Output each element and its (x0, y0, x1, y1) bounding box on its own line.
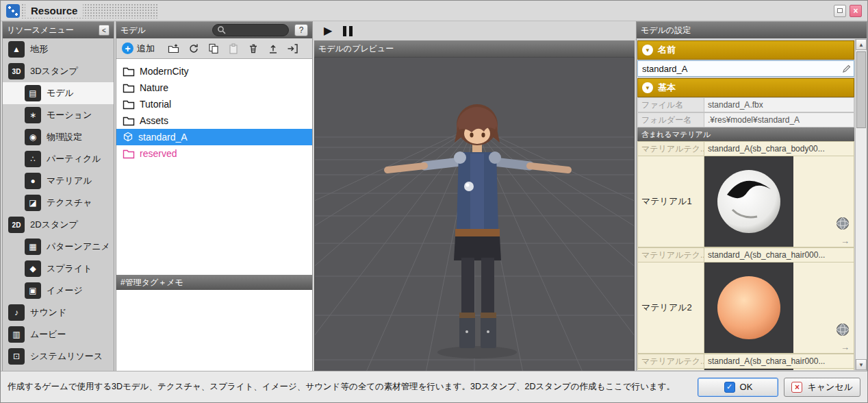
viewport-canvas (315, 58, 634, 371)
material-2-texture-row: マテリアルテク... standard_A(sb_chara_hair000..… (637, 247, 854, 262)
folder-name-label: フォルダー名 (637, 112, 704, 127)
trash-icon (248, 43, 259, 54)
import-button[interactable] (283, 40, 302, 57)
file-row-nature[interactable]: Nature (116, 80, 312, 96)
file-label: reserved (140, 148, 177, 159)
settings-header: モデルの設定 (637, 22, 867, 38)
close-icon: × (853, 7, 858, 15)
sidebar-item-pattern-anime[interactable]: ▦ パターンアニメ (3, 236, 114, 258)
sidebar-item-movie[interactable]: ▥ ムービー (3, 323, 114, 345)
sidebar-item-physics[interactable]: ◉ 物理設定 (3, 126, 114, 148)
search-input[interactable] (229, 26, 284, 34)
memo-area[interactable] (116, 290, 312, 371)
add-button[interactable]: + 追加 (119, 40, 161, 57)
sidebar-item-sprite[interactable]: ◆ スプライト (3, 258, 114, 280)
pause-icon (349, 26, 353, 36)
sidebar-item-sound[interactable]: ♪ サウンド (3, 302, 114, 323)
sidebar-item-model[interactable]: ▤ モデル (3, 82, 114, 104)
goto-material-arrow[interactable]: → (841, 236, 850, 246)
sidebar-item-terrain[interactable]: ▲ 地形 (3, 38, 114, 60)
statusbar: 作成するゲームで使用する3Dモデル、テクスチャ、スプライト、イメージ、サウンド等… (1, 371, 867, 402)
model-viewport[interactable] (314, 57, 635, 371)
sidebar-item-particle[interactable]: ∴ パーティクル (3, 148, 114, 170)
model-panel-header: モデル ? (116, 22, 312, 38)
material-3-side (793, 369, 854, 370)
material-2-texture-select[interactable]: standard_A(sb_chara_hair000... (704, 247, 854, 262)
settings-scrollbar[interactable]: ▲ ▼ (855, 39, 867, 370)
pause-button[interactable] (343, 26, 353, 36)
material-2-name: マテリアル2 (638, 262, 704, 353)
sidebar-collapse-button[interactable]: < (99, 25, 110, 36)
sidebar-item-pattern-anime-label: パターンアニメ (47, 241, 110, 253)
section-header-name[interactable]: ▼ 名前 (637, 40, 854, 60)
particle-icon: ∴ (25, 151, 41, 167)
material-ball-icon[interactable] (835, 322, 850, 339)
material-1-side: → (793, 156, 854, 247)
new-folder-button[interactable] (164, 40, 183, 57)
file-row-tutorial[interactable]: Tutorial (116, 96, 312, 112)
sidebar-item-system-resource[interactable]: ⊡ システムリソース (3, 345, 114, 367)
material-2-sphere (713, 272, 784, 343)
sidebar-item-movie-label: ムービー (30, 328, 66, 341)
material-group-2: マテリアルテク... standard_A(sb_chara_hair000..… (637, 247, 854, 354)
add-button-label: 追加 (137, 42, 155, 55)
close-button[interactable]: × (850, 5, 862, 17)
copy-icon (208, 43, 219, 54)
scroll-down-button[interactable]: ▼ (856, 359, 867, 370)
chevron-down-icon: ▼ (642, 45, 653, 56)
sidebar-item-motion-label: モーション (47, 109, 92, 121)
chevron-down-icon: ▼ (642, 82, 653, 93)
section-header-basic[interactable]: ▼ 基本 (637, 78, 854, 97)
titlebar[interactable]: Resource × (1, 1, 867, 21)
folder-icon (123, 99, 135, 110)
material-icon: ● (25, 173, 41, 189)
sidebar-item-3d-stamp[interactable]: 3D 3Dスタンプ (3, 60, 114, 82)
material-2-side: → (793, 262, 854, 353)
scroll-up-button[interactable]: ▲ (856, 39, 867, 50)
file-label: Assets (140, 115, 168, 126)
material-3-name (638, 369, 704, 370)
preview-header: モデルのプレビュー (314, 40, 635, 57)
scrollbar-thumb[interactable] (856, 51, 866, 128)
search-icon (217, 25, 227, 35)
model-file-list: ModernCity Nature Tutorial Assets standa… (116, 59, 312, 275)
cancel-button[interactable]: × キャンセル (784, 378, 860, 397)
sidebar-item-texture[interactable]: ◪ テクスチャ (3, 192, 114, 214)
refresh-button[interactable] (184, 40, 203, 57)
model-panel-title: モデル (120, 25, 146, 36)
sidebar-item-material[interactable]: ● マテリアル (3, 170, 114, 192)
terrain-icon: ▲ (8, 41, 25, 58)
material-ball-icon[interactable] (835, 216, 850, 233)
restore-button[interactable] (834, 5, 846, 17)
settings-content: ▼ 名前 ▼ 基本 ファイル名 standard_A.fbx フォルダー名 .¥… (637, 39, 854, 370)
file-row-assets[interactable]: Assets (116, 112, 312, 129)
model-name-input[interactable] (637, 60, 854, 77)
paste-button[interactable] (224, 40, 242, 57)
model-toolbar: + 追加 (116, 38, 312, 59)
material-3-texture-select[interactable]: standard_A(sb_chara_hair000... (704, 354, 854, 369)
edit-pencil-icon[interactable] (842, 64, 852, 76)
file-row-standard-a[interactable]: standard_A (116, 129, 312, 145)
material-1-body: マテリアル1 (637, 156, 854, 247)
cancel-button-label: キャンセル (807, 381, 853, 393)
search-box[interactable] (212, 24, 289, 36)
cancel-x-icon: × (791, 382, 802, 393)
duplicate-button[interactable] (204, 40, 222, 57)
help-button[interactable]: ? (294, 24, 308, 36)
file-row-moderncity[interactable]: ModernCity (116, 63, 312, 80)
ok-button[interactable]: ✓ OK (698, 378, 778, 397)
sidebar-item-image[interactable]: ▣ イメージ (3, 280, 114, 302)
play-button[interactable]: ▶ (324, 25, 332, 36)
file-label: ModernCity (140, 66, 189, 77)
material-1-texture-select[interactable]: standard_A(sb_chara_body00... (704, 141, 854, 156)
sidebar-item-2d-stamp[interactable]: 2D 2Dスタンプ (3, 214, 114, 236)
goto-material-arrow[interactable]: → (841, 342, 850, 352)
delete-button[interactable] (244, 40, 262, 57)
sidebar-item-2d-stamp-label: 2Dスタンプ (30, 219, 78, 231)
sidebar-item-system-resource-label: システムリソース (30, 350, 103, 363)
import-icon (287, 43, 298, 54)
sidebar-item-motion[interactable]: ∗ モーション (3, 104, 114, 126)
export-button[interactable] (264, 40, 282, 57)
file-row-reserved[interactable]: reserved (116, 145, 312, 162)
movie-icon: ▥ (8, 326, 25, 343)
